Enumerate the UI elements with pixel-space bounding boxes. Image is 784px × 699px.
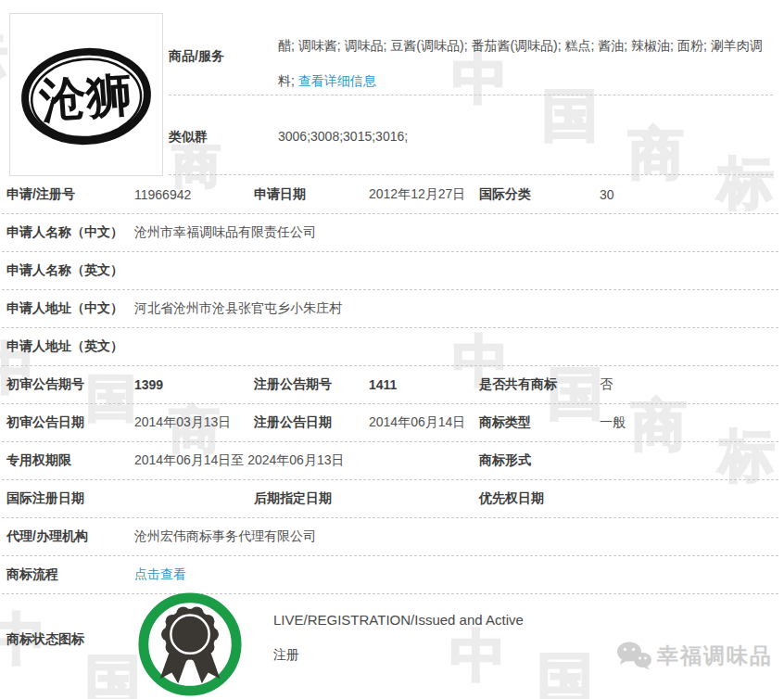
field-label: 初审公告日期 (6, 414, 84, 431)
trademark-image-box: 沧狮 (9, 13, 163, 176)
goods-detail-link[interactable]: 查看详细信息 (298, 73, 376, 88)
status-text: LIVE/REGISTRATION/Issued and Active (273, 612, 524, 628)
goods-services-label: 商品/服务 (169, 48, 224, 65)
field-value: 2014年06月14日 (369, 414, 465, 431)
field-value: 2014年06月14日至 2024年06月13日 (134, 452, 344, 469)
similar-group-value: 3006;3008;3015;3016; (278, 129, 408, 144)
field-value: 2014年03月13日 (134, 414, 231, 431)
detail-row: 初审公告日期2014年03月13日注册公告日期2014年06月14日商标类型一般 (2, 404, 778, 442)
field-label: 优先权日期 (479, 490, 544, 507)
field-label: 专用权期限 (6, 452, 71, 469)
status-icon-label: 商标状态图标 (6, 631, 84, 648)
field-value: 1411 (369, 377, 397, 392)
field-label: 初审公告期号 (6, 376, 84, 393)
field-label: 注册公告日期 (254, 414, 332, 431)
field-label: 商标流程 (6, 566, 58, 583)
detail-row: 申请人名称（英文） (2, 252, 778, 290)
field-value: 否 (600, 376, 613, 393)
field-label: 注册公告期号 (254, 376, 332, 393)
field-value: 2012年12月27日 (369, 186, 465, 203)
field-label: 申请日期 (254, 186, 306, 203)
field-label: 申请人名称（英文） (6, 262, 123, 279)
detail-row: 申请人名称（中文）沧州市幸福调味品有限责任公司 (2, 214, 778, 252)
field-label: 申请人名称（中文） (6, 224, 123, 241)
detail-row: 国际注册日期后期指定日期优先权日期 (2, 480, 778, 518)
similar-group-label: 类似群 (169, 129, 208, 146)
field-label: 代理/办理机构 (6, 528, 88, 545)
field-value: 30 (600, 187, 614, 202)
process-view-link[interactable]: 点击查看 (134, 566, 186, 583)
detail-row: 申请/注册号11966942申请日期2012年12月27日国际分类30 (2, 176, 778, 214)
trademark-status-row: 商标状态图标 LIVE/REGISTRATION/Issued and Acti… (0, 584, 784, 699)
trademark-logo-image: 沧狮 (12, 17, 160, 172)
field-label: 申请/注册号 (6, 186, 75, 203)
field-label: 是否共有商标 (479, 376, 557, 393)
field-label: 申请人地址（中文） (6, 300, 123, 317)
field-value: 沧州市幸福调味品有限责任公司 (134, 224, 316, 241)
goods-services-value: 醋; 调味酱; 调味品; 豆酱(调味品); 番茄酱(调味品); 糕点; 酱油; … (278, 28, 773, 98)
detail-row: 初审公告期号1399注册公告期号1411是否共有商标否 (2, 366, 778, 404)
separator (169, 95, 773, 95)
trademark-detail-page: 标中国商标商中国商中国商标中国中国 沧狮 商品/服务 醋; 调味酱; 调味品; … (0, 0, 784, 699)
trademark-logo-text: 沧狮 (36, 69, 134, 127)
field-label: 国际分类 (479, 186, 531, 203)
detail-row: 申请人地址（英文） (2, 328, 778, 366)
detail-row: 代理/办理机构沧州宏伟商标事务代理有限公司 (2, 518, 778, 556)
award-ribbon-icon (135, 590, 245, 699)
trademark-detail-content: 沧狮 商品/服务 醋; 调味酱; 调味品; 豆酱(调味品); 番茄酱(调味品);… (0, 0, 784, 699)
field-label: 国际注册日期 (6, 490, 84, 507)
field-value: 11966942 (134, 187, 191, 202)
field-label: 后期指定日期 (254, 490, 332, 507)
field-value: 沧州宏伟商标事务代理有限公司 (134, 528, 316, 545)
field-value: 1399 (134, 377, 163, 392)
field-label: 商标形式 (479, 452, 531, 469)
detail-row: 专用权期限2014年06月14日至 2024年06月13日商标形式 (2, 442, 778, 480)
status-text-cn: 注册 (273, 647, 299, 664)
field-value: 一般 (600, 414, 626, 431)
field-value: 河北省沧州市沧县张官屯乡小朱庄村 (134, 300, 342, 317)
detail-rows: 申请/注册号11966942申请日期2012年12月27日国际分类30申请人名称… (2, 176, 778, 594)
separator (169, 174, 773, 175)
field-label: 申请人地址（英文） (6, 338, 123, 355)
detail-row: 申请人地址（中文）河北省沧州市沧县张官屯乡小朱庄村 (2, 290, 778, 328)
field-label: 商标类型 (479, 414, 531, 431)
